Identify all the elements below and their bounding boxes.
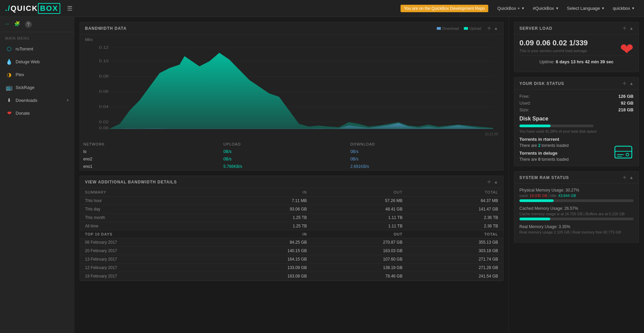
physical-ram-label: Physical Memory Usage: 30.27%	[519, 188, 634, 193]
quickbox-hash-menu[interactable]: #QuickBox ▼	[529, 6, 563, 11]
table-row: This day 93.06 GB 48.41 GB 141.47 GB	[80, 205, 503, 214]
sidebar-plex-label: Plex	[16, 72, 24, 77]
nav-toggle-button[interactable]: ☰	[67, 5, 72, 12]
sidebar-dots-icon[interactable]: ···	[5, 21, 9, 28]
table-row: 13 February 2017 164.15 GB 107.60 GB 271…	[80, 255, 503, 264]
legend-download-color	[437, 27, 441, 30]
summary-col: SUMMARY	[80, 188, 216, 197]
disk-free-label: Free:	[519, 94, 530, 99]
chart-timestamp: 10:21:00	[80, 132, 503, 138]
svg-text:0.10: 0.10	[99, 59, 109, 63]
sidebar-item-rutorrent[interactable]: ⬡ ruTorrent	[0, 42, 74, 55]
sidebar-plugin-icon[interactable]: 🧩	[14, 21, 20, 28]
server-load-value: 0.09 0.06 0.02 1/339	[519, 39, 634, 47]
date1-in: 84.25 GB	[216, 238, 312, 247]
user-label: quickbox	[613, 6, 630, 11]
legend-upload-label: Upload	[469, 26, 481, 30]
deluge-icon: 💧	[6, 59, 12, 65]
date2-total: 303.18 GB	[408, 247, 503, 255]
quickbox-plus-label: QuickBox +	[497, 6, 520, 11]
bandwidth-controls: Download Upload ✛ ▲	[437, 26, 498, 31]
rtorrent-there-are: There are	[519, 143, 537, 148]
content-area: BANDWIDTH DATA Download Upload	[74, 17, 644, 333]
sidebar-item-downloads[interactable]: ⬇ Downloads ▼	[0, 94, 74, 107]
upload-area	[109, 53, 493, 129]
date4-out: 138.19 GB	[312, 264, 407, 272]
server-load-body: 0.09 0.06 0.02 1/339 This is your server…	[514, 35, 639, 72]
disk-collapse-icon[interactable]: ▲	[629, 81, 634, 86]
rutorrent-icon: ⬡	[6, 46, 12, 52]
disk-body: Free: 126 GB Used: 92 GB Size: 218 GB Di…	[514, 90, 639, 166]
physical-ram-sub: used: 19.035 GB | idle: 43.844 GB	[519, 194, 634, 198]
sidebar-downloads-left: ⬇ Downloads	[6, 97, 37, 103]
quickbox-hash-label: #QuickBox	[533, 6, 554, 11]
date5-out: 78.46 GB	[312, 272, 407, 281]
select-language-menu[interactable]: Select Language ▼	[563, 6, 609, 11]
table-row: eno2 0B/s 0B/s	[80, 155, 503, 163]
rtorrent-suffix: torrents loaded	[541, 143, 568, 148]
sidebar-donate-label: Donate	[16, 111, 30, 116]
cached-ram-label: Cached Memory Usage: 26.57%	[519, 206, 634, 211]
svg-text:0.12: 0.12	[99, 46, 109, 49]
top10-col: TOP 10 DAYS	[80, 230, 216, 238]
deluge-count: 0	[538, 157, 540, 162]
server-load-add-icon[interactable]: ✛	[623, 26, 626, 31]
ram-body: Physical Memory Usage: 30.27% used: 19.0…	[514, 184, 639, 242]
real-ram-label: Real Memory Usage: 3.35%	[519, 224, 634, 229]
eno1-upload: 5.766KB/s	[220, 163, 347, 170]
in-col: IN	[216, 188, 312, 197]
heart-icon: ❤	[620, 40, 634, 59]
legend-download-label: Download	[442, 26, 459, 30]
main-content: BANDWIDTH DATA Download Upload	[74, 17, 509, 333]
sidebar-help-icon[interactable]: ?	[25, 21, 32, 28]
legend-download: Download	[437, 26, 459, 31]
real-ram-sub: Real memory usage 2.105 GB | Real memory…	[519, 230, 634, 234]
network-eno2: eno2	[80, 155, 220, 163]
sidebar-sickrage-label: SickRage	[16, 85, 35, 90]
ram-status-header: SYSTEM RAM STATUS ✛ ▲	[514, 172, 639, 184]
server-load-header: SERVER LOAD ✛ ▲	[514, 22, 639, 35]
table-row: eno1 5.766KB/s 2.691KB/s	[80, 163, 503, 170]
physical-ram-used: 19.035 GB	[530, 194, 548, 198]
chart-y-label: MB/s	[85, 38, 498, 42]
donate-icon: ❤	[6, 110, 12, 116]
cached-ram-progress-fill	[519, 218, 550, 220]
navbar: ./QUICKBOX ☰ You are on the QuickBox Dev…	[0, 0, 644, 17]
sidebar-item-deluge[interactable]: 💧 Deluge Web	[0, 55, 74, 68]
uptime-hrs: 13	[571, 59, 575, 64]
bandwidth-add-icon[interactable]: ✛	[487, 26, 491, 31]
cached-ram-sub: Cache memory usage is at 16.705 GB | Buf…	[519, 212, 634, 216]
bandwidth-chart-svg: 0.12 0.10 0.08 0.06 0.04 0.02 0.00	[85, 43, 498, 131]
ram-add-icon[interactable]: ✛	[623, 175, 626, 180]
all-time-in: 1.25 TB	[216, 222, 312, 230]
disk-status-widget: YOUR DISK STATUS ✛ ▲ Free: 126 GB Used: …	[514, 77, 639, 166]
svg-point-16	[626, 153, 629, 156]
bandwidth-details-title: VIEW ADDITIONAL BANDWIDTH DETAILS	[85, 180, 177, 184]
date-2: 20 February 2017	[80, 247, 216, 255]
sidebar-item-sickrage[interactable]: 📺 SickRage	[0, 81, 74, 94]
sidebar: ··· 🧩 ? MAIN MENU ⬡ ruTorrent 💧 Deluge W…	[0, 17, 74, 333]
ram-collapse-icon[interactable]: ▲	[629, 175, 634, 180]
sidebar-item-donate[interactable]: ❤ Donate	[0, 107, 74, 119]
bandwidth-details-add-icon[interactable]: ✛	[487, 179, 491, 184]
downloads-chevron-icon: ▼	[66, 98, 69, 102]
physical-ram-section: Physical Memory Usage: 30.27% used: 19.0…	[519, 188, 634, 202]
network-col-header: NETWORK	[80, 140, 220, 148]
sidebar-item-plex[interactable]: ◑ Plex	[0, 68, 74, 81]
brand-logo: ./QUICKBOX	[5, 3, 60, 14]
disk-add-icon[interactable]: ✛	[623, 81, 626, 86]
bandwidth-details-collapse-icon[interactable]: ▲	[494, 179, 498, 184]
lo-upload: 0B/s	[220, 148, 347, 155]
uptime-value: 6 days 13 hrs 42 min 39 sec	[556, 59, 614, 64]
this-hour-out: 57.26 MB	[312, 197, 407, 205]
disk-space-title: Disk Space	[519, 116, 634, 122]
svg-text:0.06: 0.06	[99, 90, 109, 93]
cached-ram-progress-bg	[519, 218, 634, 220]
network-lo: lo	[80, 148, 220, 155]
user-menu[interactable]: quickbox ▼	[609, 6, 639, 11]
quickbox-plus-menu[interactable]: QuickBox + ▼	[493, 6, 529, 11]
server-load-collapse-icon[interactable]: ▲	[629, 26, 634, 31]
uptime-min: 42	[585, 59, 589, 64]
deluge-suffix: torrents loaded	[541, 157, 568, 162]
bandwidth-collapse-icon[interactable]: ▲	[494, 26, 498, 31]
